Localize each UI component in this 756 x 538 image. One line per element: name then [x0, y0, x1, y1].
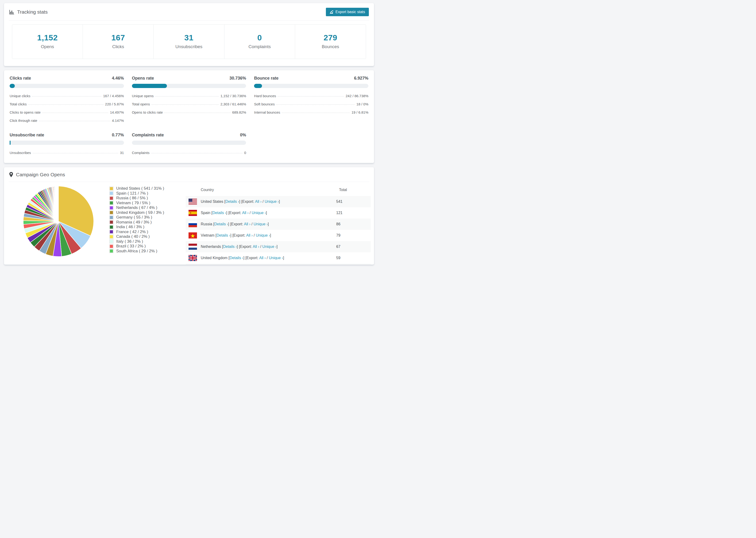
- dotted-leader: [28, 104, 104, 105]
- tracking-stats-card: Tracking stats Export basic stats 1,152O…: [4, 3, 374, 66]
- detail-value: 19 / 6.81%: [351, 110, 368, 114]
- export-all-link[interactable]: All ›: [253, 244, 259, 248]
- bracket-close: ]: [266, 211, 267, 215]
- bracket-close: ]: [268, 222, 269, 226]
- export-unique-link[interactable]: Unique ›: [256, 233, 270, 237]
- export-separator: /: [259, 244, 262, 248]
- export-all-link[interactable]: All ›: [255, 199, 261, 203]
- export-separator: /: [250, 222, 253, 226]
- summary-unsubscribes: 31Unsubscribes: [153, 25, 224, 59]
- export-unique-link[interactable]: Unique ›: [269, 256, 283, 260]
- detail-value: 14.497%: [110, 110, 124, 114]
- export-separator: /: [249, 211, 252, 215]
- rate-value: 4.46%: [112, 76, 124, 81]
- details-link[interactable]: Details ›: [223, 244, 237, 248]
- geo-opens-card: Campaign Geo Opens United States ( 541 /…: [4, 167, 374, 265]
- dotted-leader: [151, 104, 219, 105]
- column-header-country: Country: [186, 188, 339, 192]
- export-all-link[interactable]: All ›: [242, 211, 249, 215]
- legend-item-italy: Italy ( 36 / 2% ): [110, 239, 182, 244]
- rate-detail-row: Total opens2,303 / 61.446%: [132, 100, 246, 108]
- legend-item-spain: Spain ( 121 / 7% ): [110, 191, 182, 196]
- legend-label: Vietnam ( 79 / 5% ): [116, 201, 150, 205]
- legend-swatch: [110, 201, 113, 205]
- rate-block-complaints-rate: Complaints rate0%Complaints0: [132, 129, 246, 157]
- detail-value: 0: [244, 151, 246, 155]
- location-pin-icon: [9, 172, 13, 178]
- geo-table-row-de: Germany [Details ›] [Export: All › / Uni…: [186, 264, 371, 265]
- export-unique-link[interactable]: Unique ›: [262, 244, 276, 248]
- rate-detail-row: Complaints0: [132, 149, 246, 157]
- country-name: United Kingdom: [201, 256, 228, 260]
- legend-swatch: [110, 211, 113, 214]
- geo-table-row-us: United States [Details ›] [Export: All ›…: [186, 196, 371, 207]
- detail-label: Internal bounces: [254, 110, 280, 114]
- details-link[interactable]: Details ›: [216, 233, 230, 237]
- export-unique-link[interactable]: Unique ›: [252, 211, 266, 215]
- details-link[interactable]: Details ›: [214, 222, 228, 226]
- details-link[interactable]: Details ›: [212, 211, 226, 215]
- geo-table-row-nl: Netherlands [Details ›] [Export: All › /…: [186, 241, 371, 252]
- summary-value: 279: [295, 33, 366, 42]
- legend-label: Spain ( 121 / 7% ): [116, 191, 148, 196]
- rate-progress-fill: [132, 84, 167, 88]
- rate-block-opens-rate: Opens rate30.736%Unique opens1,152 / 30.…: [132, 72, 246, 125]
- rate-value: 0.77%: [112, 133, 124, 137]
- detail-label: Hard bounces: [254, 94, 276, 98]
- rates-grid: Clicks rate4.46%Unique clicks167 / 4.456…: [4, 70, 374, 163]
- export-all-link[interactable]: All ›: [259, 256, 266, 260]
- legend-swatch: [110, 244, 113, 248]
- geo-title: Campaign Geo Opens: [16, 172, 65, 178]
- rate-block-unsubscribe-rate: Unsubscribe rate0.77%Unsubscribes31: [10, 129, 124, 157]
- bracket-close: ]: [277, 244, 278, 248]
- export-label: [Export:: [242, 199, 255, 203]
- rate-detail-row: Unsubscribes31: [10, 149, 124, 157]
- export-label: [Export:: [233, 233, 246, 237]
- legend-label: Germany ( 55 / 3% ): [116, 215, 152, 220]
- details-link[interactable]: Details ›: [230, 256, 243, 260]
- rate-progress-bar: [132, 84, 246, 88]
- export-unique-link[interactable]: Unique ›: [253, 222, 268, 226]
- flag-gb-icon: [189, 255, 201, 261]
- export-all-link[interactable]: All ›: [246, 233, 253, 237]
- export-separator: /: [261, 199, 265, 203]
- country-name: Vietnam: [201, 233, 214, 237]
- detail-value: 689.82%: [232, 110, 246, 114]
- export-all-link[interactable]: All ›: [244, 222, 250, 226]
- legend-label: United States ( 541 / 31% ): [116, 186, 164, 191]
- legend-label: South Africa ( 29 / 2% ): [116, 249, 157, 253]
- summary-bounces: 279Bounces: [295, 25, 366, 59]
- rate-progress-fill: [10, 84, 15, 88]
- legend-swatch: [110, 196, 113, 200]
- export-unique-link[interactable]: Unique ›: [265, 199, 279, 203]
- page-title: Tracking stats: [17, 9, 48, 15]
- bracket-close: ]: [283, 256, 284, 260]
- geo-opens-pie-chart: [22, 185, 95, 258]
- rate-block-clicks-rate: Clicks rate4.46%Unique clicks167 / 4.456…: [10, 72, 124, 125]
- column-header-total: Total: [339, 188, 371, 192]
- detail-value: 18 / 0%: [356, 102, 368, 106]
- country-total: 59: [336, 256, 368, 260]
- tracking-stats-header: Tracking stats Export basic stats: [4, 3, 374, 21]
- rate-title: Opens rate: [132, 76, 154, 81]
- rate-detail-row: Unique opens1,152 / 30.736%: [132, 92, 246, 100]
- geo-table: Country Total United States [Details ›] …: [186, 184, 371, 265]
- geo-content: United States ( 541 / 31% )Spain ( 121 /…: [4, 182, 374, 265]
- detail-label: Clicks to opens rate: [10, 110, 41, 114]
- legend-swatch: [110, 230, 113, 234]
- detail-label: Complaints: [132, 151, 149, 155]
- rate-title: Unsubscribe rate: [10, 133, 44, 137]
- summary-label: Clicks: [83, 44, 153, 49]
- legend-item-france: France ( 42 / 2% ): [110, 230, 182, 235]
- export-label: [Export:: [228, 211, 242, 215]
- bracket-close: ]: [270, 233, 271, 237]
- detail-value: 242 / 86.738%: [346, 94, 368, 98]
- detail-label: Soft bounces: [254, 102, 275, 106]
- detail-label: Total opens: [132, 102, 150, 106]
- export-basic-stats-button[interactable]: Export basic stats: [326, 8, 369, 16]
- details-link[interactable]: Details ›: [225, 199, 239, 203]
- rate-detail-row: Click through rate4.147%: [10, 116, 124, 125]
- detail-value: 31: [120, 151, 124, 155]
- dotted-leader: [42, 113, 108, 113]
- dotted-leader: [151, 153, 243, 153]
